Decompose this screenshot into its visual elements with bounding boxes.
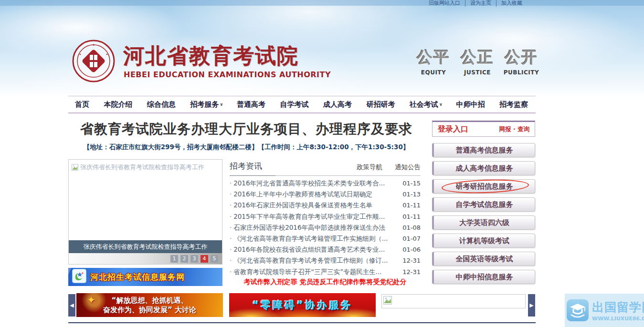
carousel-caption[interactable]: 张庆伟省长到省教育考试院检查指导高考工作: [69, 240, 222, 253]
notice-subtitle: 【地址：石家庄市红旗大街299号，招考大厦南邻配楼二楼】【工作时间：上午8:30…: [72, 143, 421, 152]
news-date: 12-31: [402, 257, 421, 264]
value-item: 公开 PUBLICITY: [503, 47, 539, 76]
notice-title-link[interactable]: 省教育考试院业务办理大厅业务项目、办理程序及要求: [72, 120, 421, 138]
tab-link[interactable]: 通知公告: [395, 163, 421, 171]
news-row: · 《河北省高等教育自学考试考籍管理工作实施细则（... 01-07: [230, 235, 421, 245]
value-en-text: JUSTICE: [459, 69, 496, 76]
topbar-link[interactable]: 加入收藏: [496, 0, 527, 7]
nav-item[interactable]: 中师中招: [456, 100, 486, 109]
sidebar-service-button[interactable]: 自学考试信息服务: [432, 197, 535, 212]
nav-item[interactable]: 招考服务∨: [190, 100, 223, 109]
service-site-title: 河北招生考试信息服务网: [90, 272, 185, 283]
broken-image-icon: [383, 297, 392, 307]
value-cn-text: 公正: [459, 47, 496, 68]
login-entry-box: 登录入口 网报 · 查询: [432, 121, 535, 137]
carousel-pager: 12345: [69, 253, 222, 264]
news-title-link[interactable]: 《河北省高等教育自学考试考籍管理工作实施细则（...: [233, 235, 398, 243]
carousel-page-button[interactable]: 4: [201, 255, 208, 263]
sidebar-service-button[interactable]: 中师中招信息服务: [432, 270, 535, 284]
news-title-link[interactable]: 2016年各院校在我省设点组织普通高考艺术类专业...: [233, 245, 398, 254]
bullet-icon: ·: [230, 213, 232, 220]
photo-carousel: 张庆伟省长到省教育考试院检查指导高考工作 张庆伟省长到省教育考试院检查指导高考工…: [68, 159, 222, 265]
news-date: 01-11: [402, 202, 421, 209]
bullet-icon: ·: [230, 224, 232, 231]
liuxue86-watermark: 出国留学网 WWW.LIUXUE86.COM: [565, 294, 644, 327]
nav-item[interactable]: 本院介绍: [104, 100, 133, 109]
carousel-page-button[interactable]: 2: [180, 255, 188, 263]
nav-item[interactable]: 首页: [75, 100, 90, 109]
news-title-link[interactable]: 2016年石家庄外国语学校具备保送资格考生名单: [233, 201, 398, 210]
topbar-links: 旧版网站入口设为主页加入收藏: [424, 0, 527, 6]
sidebar-service-button[interactable]: 全国英语等级考试: [432, 252, 535, 266]
promo-banner-broken[interactable]: [381, 294, 526, 308]
value-item: 公平 EQUITY: [415, 47, 452, 76]
nav-item[interactable]: 综合信息: [147, 100, 177, 109]
news-date: 12-31: [402, 268, 421, 276]
sidebar: 登录入口 网报 · 查询 普通高考信息服务 成人高考信息服务 研考研招信息服务 …: [432, 121, 535, 288]
graduation-cap-icon: [567, 299, 589, 321]
value-en-text: EQUITY: [415, 69, 452, 76]
banner-prev-button[interactable]: ◀: [68, 294, 75, 317]
news-title-link[interactable]: 2015年下半年高等教育自学考试毕业生审定工作顺...: [233, 213, 398, 221]
report-query-links[interactable]: 网报 · 查询: [499, 125, 529, 133]
nav-item[interactable]: 普通高考: [237, 100, 266, 109]
sidebar-service-button[interactable]: 大学英语四六级: [432, 215, 535, 230]
hebeeb-logo: [72, 269, 86, 285]
bullet-icon: ·: [230, 180, 232, 187]
news-date: 01-06: [402, 246, 421, 253]
news-date: 01-08: [402, 224, 421, 231]
news-row: · 2016年各院校在我省设点组织普通高考艺术类专业... 01-06: [230, 245, 421, 256]
news-tab-links: 政策导航通知公告: [344, 162, 421, 172]
banner1-line1: “解放思想、抢抓机遇、: [112, 296, 188, 305]
carousel-page-button[interactable]: 3: [190, 255, 198, 263]
sidebar-service-button[interactable]: 成人高考信息服务: [432, 161, 535, 175]
news-row: · 省教育考试院领导班子召开“三严三实”专题民主生... 12-31: [230, 268, 421, 279]
news-title-link[interactable]: 2016年上半年中小学教师资格考试笔试日期确定: [233, 190, 398, 199]
bullet-icon: ·: [230, 202, 232, 209]
anti-cheating-warning: 考试作弊入刑定罪 党员违反工作纪律作弊将受党纪处分: [230, 278, 421, 286]
news-row: · 2016年河北省普通高等学校招生美术类专业联考合... 01-15: [230, 179, 421, 190]
sidebar-buttons: 普通高考信息服务 成人高考信息服务 研考研招信息服务 自学考试信息服务 大学英语…: [432, 143, 535, 284]
news-row: · 2016年石家庄外国语学校具备保送资格考生名单 01-11: [230, 201, 421, 212]
nav-item[interactable]: 招考监察: [499, 100, 529, 109]
news-title-link[interactable]: 省教育考试院领导班子召开“三严三实”专题民主生...: [233, 268, 398, 276]
nav-item[interactable]: 研招研考: [366, 100, 396, 109]
news-row: · 2016年上半年中小学教师资格考试笔试日期确定 01-13: [230, 190, 421, 201]
topbar-link[interactable]: 旧版网站入口: [424, 0, 465, 7]
topbar-link[interactable]: 设为主页: [465, 0, 496, 7]
broken-image-icon: [72, 164, 78, 173]
star-icon: ✦: [87, 294, 95, 306]
sidebar-service-button[interactable]: 计算机等级考试: [432, 234, 535, 248]
news-title-link[interactable]: 《河北省高等教育自学考试考务管理工作细则（修订...: [233, 256, 398, 265]
banner-next-button[interactable]: ▶: [528, 294, 535, 317]
nav-item[interactable]: 成人高考: [323, 100, 353, 109]
sidebar-service-button[interactable]: 普通高考信息服务: [432, 143, 535, 157]
news-date: 01-13: [402, 191, 421, 198]
value-cn-text: 公开: [503, 47, 539, 68]
news-title-link[interactable]: 石家庄外国语学校2016年高中部选拔推荐保送生办法: [233, 224, 398, 232]
news-title-link[interactable]: 2016年河北省普通高等学校招生美术类专业联考合...: [233, 179, 398, 188]
news-row: · 《河北省高等教育自学考试考务管理工作细则（修订... 12-31: [230, 256, 421, 267]
promo-banner-discussion[interactable]: ✦ “解放思想、抢抓机遇、 奋发作为、协同发展” 大讨论: [76, 293, 223, 317]
chevron-down-icon: ∨: [220, 102, 223, 107]
carousel-page-button[interactable]: 1: [170, 255, 178, 263]
login-entry-link[interactable]: 登录入口: [438, 124, 468, 134]
bullet-icon: ·: [230, 268, 232, 276]
nav-item[interactable]: 社会考试∨: [410, 100, 443, 109]
tab-zhaokao-zixun[interactable]: 招考资讯: [230, 161, 262, 172]
bullet-icon: ·: [230, 191, 232, 198]
watermark-url: WWW.LIUXUE86.COM: [592, 316, 644, 322]
sidebar-service-button[interactable]: 研考研招信息服务: [432, 179, 535, 194]
news-date: 01-11: [402, 213, 421, 220]
news-row: · 石家庄外国语学校2016年高中部选拔推荐保送生办法 01-08: [230, 224, 421, 235]
service-site-banner[interactable]: 河北招生考试信息服务网: [68, 268, 222, 286]
carousel-page-button[interactable]: 5: [211, 255, 218, 263]
tab-link[interactable]: 政策导航: [357, 163, 382, 171]
top-strip: [0, 0, 644, 6]
nav-item[interactable]: 自学考试: [280, 100, 310, 109]
promo-banner-zero-obstacle[interactable]: “零障碍”协办服务: [229, 293, 376, 317]
value-en-text: PUBLICITY: [503, 69, 539, 76]
news-date: 01-07: [402, 235, 421, 242]
bullet-icon: ·: [230, 246, 232, 253]
carousel-broken-image[interactable]: 张庆伟省长到省教育考试院检查指导高考工作: [69, 160, 222, 176]
